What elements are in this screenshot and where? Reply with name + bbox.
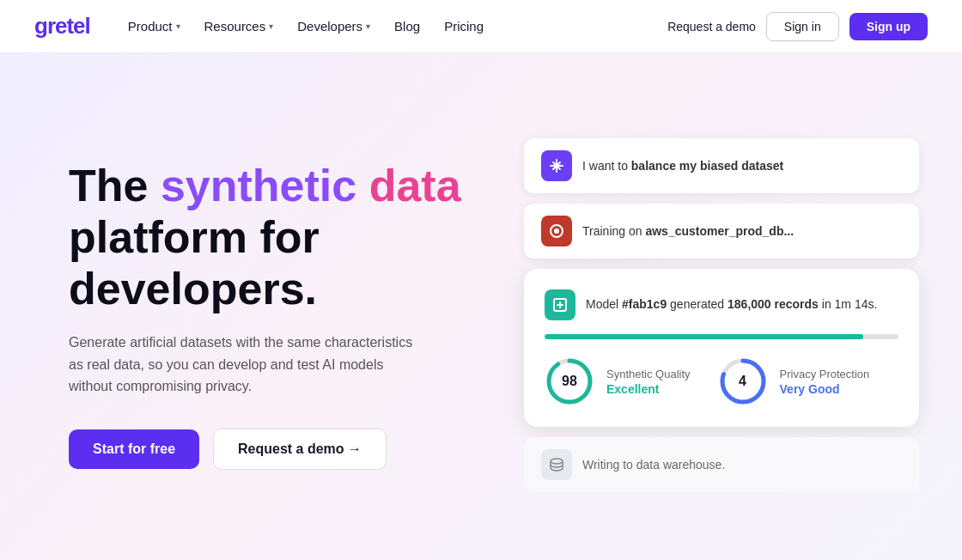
nav-item-pricing[interactable]: Pricing	[434, 14, 494, 39]
metric-privacy-protection: 4 Privacy Protection Very Good	[718, 356, 870, 406]
quality-gauge: 98	[545, 356, 594, 406]
sign-in-button[interactable]: Sign in	[766, 12, 839, 41]
warehouse-text: Writing to data warehouse.	[582, 458, 725, 472]
nav-item-developers[interactable]: Developers ▾	[287, 14, 381, 39]
privacy-gauge: 4	[718, 356, 768, 406]
hero-section: The synthetic data platform for develope…	[0, 53, 962, 560]
result-title: Model #fab1c9 generated 186,000 records …	[586, 296, 877, 313]
start-free-button[interactable]: Start for free	[69, 429, 199, 469]
metrics: 98 Synthetic Quality Excellent	[545, 356, 898, 406]
nav-actions: Request a demo Sign in Sign up	[667, 12, 928, 41]
step-card-balance: I want to balance my biased dataset	[524, 138, 919, 193]
privacy-status: Very Good	[780, 382, 870, 396]
training-icon	[541, 216, 572, 247]
logo[interactable]: gretel	[34, 13, 90, 40]
chevron-down-icon: ▾	[366, 21, 370, 31]
chevron-down-icon: ▾	[176, 21, 180, 31]
quality-value: 98	[562, 374, 577, 389]
progress-bar-fill	[545, 334, 863, 339]
balance-icon	[541, 150, 572, 181]
hero-left: The synthetic data platform for develope…	[69, 161, 515, 470]
quality-status: Excellent	[606, 382, 691, 396]
svg-point-7	[551, 459, 563, 464]
nav-item-blog[interactable]: Blog	[384, 14, 430, 39]
privacy-value: 4	[739, 374, 746, 389]
step-card-warehouse: Writing to data warehouse.	[524, 437, 919, 492]
request-demo-link[interactable]: Request a demo	[667, 20, 756, 33]
privacy-label: Privacy Protection	[780, 368, 870, 380]
request-demo-button[interactable]: Request a demo →	[213, 429, 387, 470]
nav-item-product[interactable]: Product ▾	[118, 14, 191, 39]
hero-buttons: Start for free Request a demo →	[69, 429, 481, 470]
navbar: gretel Product ▾ Resources ▾ Developers …	[0, 0, 962, 53]
model-icon	[545, 289, 575, 320]
database-icon	[541, 449, 572, 480]
ui-mockup: I want to balance my biased dataset Trai…	[524, 138, 919, 492]
result-card: Model #fab1c9 generated 186,000 records …	[524, 269, 919, 427]
sign-up-button[interactable]: Sign up	[849, 13, 928, 40]
metric-synthetic-quality: 98 Synthetic Quality Excellent	[545, 356, 691, 406]
nav-links: Product ▾ Resources ▾ Developers ▾ Blog …	[118, 14, 667, 39]
nav-item-resources[interactable]: Resources ▾	[194, 14, 284, 39]
hero-title: The synthetic data platform for develope…	[69, 161, 481, 314]
hero-description: Generate artificial datasets with the sa…	[69, 332, 429, 398]
chevron-down-icon: ▾	[269, 21, 273, 31]
progress-bar	[545, 334, 898, 339]
result-header: Model #fab1c9 generated 186,000 records …	[545, 289, 898, 320]
quality-label: Synthetic Quality	[606, 368, 691, 380]
hero-right: I want to balance my biased dataset Trai…	[515, 143, 928, 487]
step-card-training: Training on aws_customer_prod_db...	[524, 204, 919, 259]
svg-point-1	[554, 228, 559, 234]
